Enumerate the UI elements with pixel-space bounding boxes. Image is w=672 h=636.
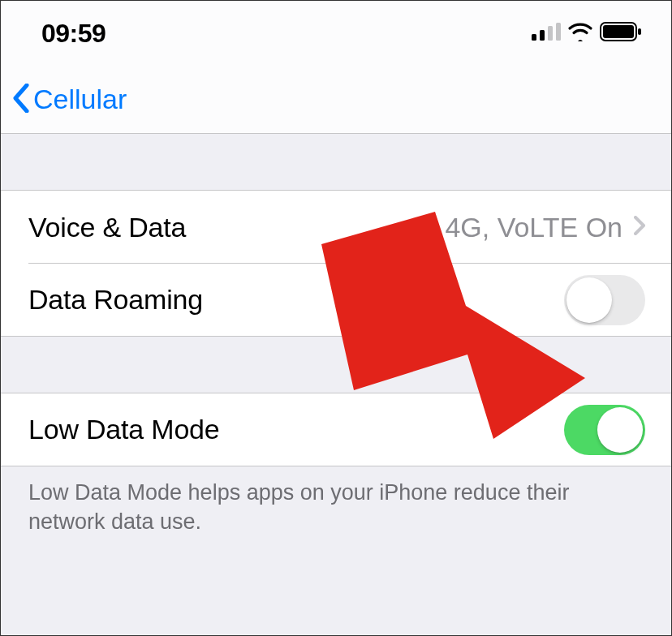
status-indicators: [532, 22, 642, 45]
back-button[interactable]: Cellular: [12, 84, 127, 116]
svg-rect-0: [532, 34, 536, 41]
svg-rect-1: [540, 30, 545, 41]
row-right: 4G, VoLTE On: [445, 212, 645, 243]
row-label: Data Roaming: [28, 284, 203, 316]
back-label: Cellular: [33, 84, 127, 115]
row-label: Voice & Data: [28, 212, 186, 243]
low-data-mode-row: Low Data Mode: [1, 393, 671, 466]
section-spacer: [1, 134, 671, 191]
settings-screen: 09:59: [0, 0, 672, 636]
voice-and-data-row[interactable]: Voice & Data 4G, VoLTE On: [1, 191, 671, 264]
low-data-mode-toggle[interactable]: [564, 405, 645, 455]
chevron-right-icon: [634, 216, 645, 238]
battery-icon: [600, 22, 642, 45]
cellular-signal-icon: [532, 23, 561, 44]
svg-rect-6: [638, 28, 641, 35]
status-time: 09:59: [41, 19, 106, 49]
wifi-icon: [567, 22, 593, 45]
row-label: Low Data Mode: [28, 414, 220, 445]
low-data-mode-footer: Low Data Mode helps apps on your iPhone …: [1, 466, 671, 536]
data-roaming-row: Data Roaming: [1, 264, 671, 337]
chevron-left-icon: [12, 84, 30, 116]
section-spacer: [1, 337, 671, 393]
svg-rect-3: [556, 23, 561, 41]
data-roaming-toggle[interactable]: [564, 275, 645, 325]
svg-rect-2: [548, 26, 553, 41]
toggle-knob: [566, 277, 612, 323]
status-bar: 09:59: [1, 1, 671, 66]
toggle-knob: [597, 407, 643, 453]
row-value: 4G, VoLTE On: [445, 212, 622, 243]
svg-rect-5: [603, 25, 634, 38]
navigation-bar: Cellular: [1, 66, 671, 134]
